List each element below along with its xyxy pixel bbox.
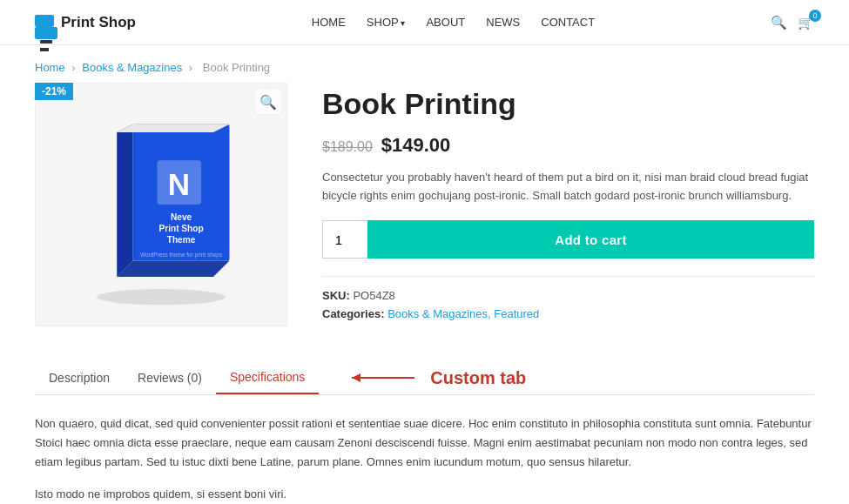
nav-news[interactable]: NEWS (486, 16, 520, 29)
custom-tab-annotation: Custom tab (345, 368, 526, 388)
sku-label: SKU: (322, 289, 350, 302)
logo-text: Print Shop (61, 14, 136, 31)
nav-shop[interactable]: SHOP (367, 16, 406, 29)
breadcrumb-category[interactable]: Books & Magazines (82, 61, 182, 74)
svg-text:Print Shop: Print Shop (158, 224, 203, 233)
tabs-section: Description Reviews (0) Specifications C… (0, 353, 849, 504)
svg-marker-4 (117, 124, 132, 277)
categories-label: Categories: (322, 307, 385, 320)
product-info: Book Printing $189.00 $149.00 Consectetu… (322, 83, 814, 326)
main-nav: HOME SHOP ABOUT NEWS CONTACT (312, 16, 595, 29)
product-description: Consectetur you probably haven't heard o… (322, 169, 814, 205)
breadcrumb-sep2: › (189, 61, 192, 74)
breadcrumb-current: Book Printing (203, 61, 270, 74)
tab-reviews[interactable]: Reviews (0) (124, 362, 216, 393)
nav-icons: 🔍 🛒 0 (771, 15, 814, 30)
divider (322, 276, 814, 277)
svg-text:Theme: Theme (167, 235, 196, 245)
tab-content: Non quaero, quid dicat, sed quid conveni… (35, 414, 814, 504)
add-to-cart-row: Add to cart (322, 220, 814, 259)
categories-value[interactable]: Books & Magazines, Featured (387, 307, 539, 320)
nav-about[interactable]: ABOUT (426, 16, 465, 29)
svg-text:Neve: Neve (171, 212, 192, 222)
tab-paragraph-2: Isto modo ne improbos quidem, si essent … (35, 484, 814, 504)
sku-value: PO54Z8 (353, 289, 394, 302)
product-image-wrapper: -21% 🔍 N Neve Print Shop Th (35, 83, 287, 326)
quantity-input[interactable] (322, 220, 367, 259)
product-image-svg: N Neve Print Shop Theme WordPress theme … (65, 100, 257, 309)
add-to-cart-button[interactable]: Add to cart (367, 220, 814, 259)
categories-row: Categories: Books & Magazines, Featured (322, 307, 814, 320)
new-price: $149.00 (381, 134, 451, 156)
discount-badge: -21% (35, 83, 73, 100)
zoom-icon[interactable]: 🔍 (256, 90, 280, 114)
breadcrumb-sep1: › (71, 61, 75, 74)
product-image-box: N Neve Print Shop Theme WordPress theme … (35, 83, 287, 326)
tab-specifications[interactable]: Specifications (216, 361, 319, 394)
header: Print Shop HOME SHOP ABOUT NEWS CONTACT … (0, 0, 849, 45)
cart-wrapper[interactable]: 🛒 0 (798, 15, 814, 30)
product-section: -21% 🔍 N Neve Print Shop Th (0, 83, 849, 353)
price-row: $189.00 $149.00 (322, 134, 814, 157)
product-title: Book Printing (322, 86, 814, 122)
svg-marker-6 (117, 124, 229, 132)
tabs-bar: Description Reviews (0) Specifications C… (35, 361, 814, 395)
svg-text:WordPress theme for print shop: WordPress theme for print shops (140, 252, 222, 259)
svg-point-2 (97, 289, 226, 305)
logo-icon (35, 15, 54, 30)
svg-rect-1 (40, 40, 52, 44)
svg-marker-3 (117, 261, 229, 277)
svg-rect-0 (35, 27, 57, 39)
old-price: $189.00 (322, 139, 373, 154)
cart-badge: 0 (809, 10, 821, 22)
nav-home[interactable]: HOME (312, 16, 346, 29)
breadcrumb: Home › Books & Magazines › Book Printing (0, 45, 849, 83)
logo[interactable]: Print Shop (35, 14, 136, 31)
svg-marker-14 (352, 373, 360, 382)
tab-paragraph-1: Non quaero, quid dicat, sed quid conveni… (35, 414, 814, 472)
search-icon[interactable]: 🔍 (771, 15, 787, 30)
nav-contact[interactable]: CONTACT (541, 16, 595, 29)
tab-description[interactable]: Description (35, 362, 124, 393)
annotation-arrow-svg (345, 370, 423, 386)
sku-row: SKU: PO54Z8 (322, 289, 814, 302)
custom-tab-label: Custom tab (430, 368, 526, 388)
svg-text:N: N (168, 167, 190, 201)
breadcrumb-home[interactable]: Home (35, 61, 65, 74)
